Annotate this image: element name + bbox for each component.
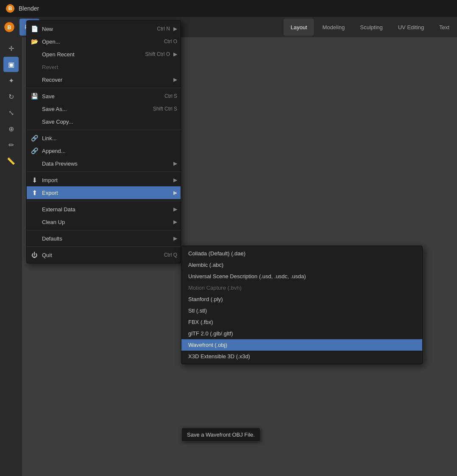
sidebar-icon-transform[interactable]: ⊕ — [3, 121, 19, 136]
export-fbx-label: FBX (.fbx) — [188, 319, 213, 325]
tab-uv-editing[interactable]: UV Editing — [391, 19, 431, 36]
export-collada-label: Collada (Default) (.dae) — [188, 250, 245, 257]
link-icon: 🔗 — [30, 134, 39, 142]
menu-save-as-shortcut: Shift Ctrl S — [153, 106, 177, 112]
menu-clean-up[interactable]: Clean Up ▶ — [27, 216, 181, 228]
menu-export-arrow: ▶ — [173, 190, 177, 196]
menu-defaults[interactable]: Defaults ▶ — [27, 232, 181, 245]
export-alembic[interactable]: Alembic (.abc) — [181, 259, 422, 271]
menu-data-previews[interactable]: Data Previews ▶ — [27, 157, 181, 170]
separator-4 — [27, 201, 181, 201]
workspace-tabs: Layout Modeling Sculpting UV Editing Tex… — [283, 17, 457, 37]
export-usd[interactable]: Universal Scene Description (.usd, .usdc… — [181, 271, 422, 282]
new-icon: 📄 — [30, 25, 39, 33]
menu-save[interactable]: 💾 Save Ctrl S — [27, 90, 181, 102]
menu-revert-label: Revert — [42, 64, 177, 70]
separator-2 — [27, 130, 181, 130]
sidebar-icon-select[interactable]: ▣ — [3, 57, 19, 72]
blender-logo: B — [5, 3, 15, 14]
menu-new-shortcut: Ctrl N — [157, 26, 170, 32]
menu-open-shortcut: Ctrl O — [164, 39, 177, 44]
clean-up-icon — [30, 218, 39, 226]
open-icon: 📂 — [30, 37, 39, 46]
tab-modeling[interactable]: Modeling — [315, 19, 351, 36]
export-collada[interactable]: Collada (Default) (.dae) — [181, 248, 422, 259]
menu-open-recent[interactable]: Open Recent Shift Ctrl O ▶ — [27, 48, 181, 61]
menu-quit-label: Quit — [42, 252, 161, 258]
menu-append[interactable]: 🔗 Append... — [27, 144, 181, 157]
open-recent-icon — [30, 50, 39, 58]
menu-save-copy[interactable]: Save Copy... — [27, 115, 181, 128]
export-wavefront[interactable]: Wavefront (.obj) — [181, 339, 422, 351]
import-icon: ⬇ — [30, 176, 39, 184]
separator-6 — [27, 246, 181, 247]
sidebar-icon-annotate[interactable]: ✏ — [3, 137, 19, 152]
data-previews-icon — [30, 159, 39, 168]
tab-layout[interactable]: Layout — [284, 19, 314, 36]
menu-defaults-arrow: ▶ — [173, 235, 177, 241]
recover-icon — [30, 75, 39, 84]
menu-save-copy-label: Save Copy... — [42, 119, 177, 125]
menu-recover-arrow: ▶ — [173, 77, 177, 83]
export-x3d[interactable]: X3D Extensible 3D (.x3d) — [181, 351, 422, 362]
sidebar-icon-measure[interactable]: 📏 — [3, 153, 19, 169]
sidebar-icon-move[interactable]: ✦ — [3, 73, 19, 88]
menu-link[interactable]: 🔗 Link... — [27, 132, 181, 144]
save-icon: 💾 — [30, 92, 39, 100]
menu-export[interactable]: ⬆ Export ▶ — [27, 186, 181, 199]
menu-open-recent-arrow: ▶ — [173, 51, 177, 57]
save-copy-icon — [30, 117, 39, 126]
export-usd-label: Universal Scene Description (.usd, .usdc… — [188, 273, 306, 280]
menu-quit-shortcut: Ctrl Q — [164, 252, 177, 258]
menu-import-arrow: ▶ — [173, 177, 177, 183]
menu-save-label: Save — [42, 93, 161, 100]
menu-save-as[interactable]: Save As... Shift Ctrl S — [27, 102, 181, 115]
export-gltf-label: glTF 2.0 (.glb/.gltf) — [188, 330, 233, 337]
menu-recover-label: Recover — [42, 77, 170, 83]
left-sidebar: ✛ ▣ ✦ ↻ ⤡ ⊕ ✏ 📏 — [0, 37, 22, 476]
menu-new[interactable]: 📄 New Ctrl N ▶ — [27, 22, 181, 35]
menu-quit[interactable]: ⏻ Quit Ctrl Q — [27, 249, 181, 261]
export-x3d-label: X3D Extensible 3D (.x3d) — [188, 353, 250, 360]
menu-open[interactable]: 📂 Open... Ctrl O — [27, 35, 181, 48]
export-submenu: Collada (Default) (.dae) Alembic (.abc) … — [181, 246, 423, 364]
menu-new-arrow: ▶ — [173, 26, 177, 32]
tab-sculpting[interactable]: Sculpting — [353, 19, 389, 36]
save-as-icon — [30, 105, 39, 113]
menu-recover[interactable]: Recover ▶ — [27, 73, 181, 86]
menu-save-shortcut: Ctrl S — [164, 93, 177, 99]
menu-defaults-label: Defaults — [42, 235, 170, 242]
export-motion-capture: Motion Capture (.bvh) — [181, 282, 422, 293]
tab-text[interactable]: Text — [432, 19, 456, 36]
menu-data-previews-arrow: ▶ — [173, 161, 177, 166]
menu-open-label: Open... — [42, 39, 161, 45]
separator-1 — [27, 88, 181, 88]
export-icon: ⬆ — [30, 188, 39, 197]
external-data-icon — [30, 205, 39, 213]
menu-save-as-label: Save As... — [42, 106, 150, 112]
menu-open-recent-shortcut: Shift Ctrl O — [145, 51, 170, 57]
export-alembic-label: Alembic (.abc) — [188, 262, 223, 268]
export-motion-capture-label: Motion Capture (.bvh) — [188, 285, 242, 291]
sidebar-icon-cursor[interactable]: ✛ — [3, 41, 19, 56]
menu-bar-left: B — [0, 17, 19, 37]
menu-clean-up-arrow: ▶ — [173, 219, 177, 225]
export-fbx[interactable]: FBX (.fbx) — [181, 316, 422, 328]
sidebar-icon-rotate[interactable]: ↻ — [3, 89, 19, 104]
menu-open-recent-label: Open Recent — [42, 51, 142, 58]
menu-import[interactable]: ⬇ Import ▶ — [27, 174, 181, 186]
svg-text:B: B — [7, 24, 11, 30]
export-stl[interactable]: Stl (.stl) — [181, 305, 422, 316]
menu-external-data[interactable]: External Data ▶ — [27, 203, 181, 216]
quit-icon: ⏻ — [30, 251, 39, 259]
menu-revert: Revert — [27, 61, 181, 73]
revert-icon — [30, 63, 39, 71]
export-stl-label: Stl (.stl) — [188, 307, 207, 314]
append-icon: 🔗 — [30, 147, 39, 155]
blender-logo-button[interactable]: B — [2, 19, 17, 35]
export-stanford[interactable]: Stanford (.ply) — [181, 293, 422, 305]
export-gltf[interactable]: glTF 2.0 (.glb/.gltf) — [181, 328, 422, 339]
sidebar-icon-scale[interactable]: ⤡ — [3, 105, 19, 120]
title-bar: B Blender — [0, 0, 457, 17]
export-stanford-label: Stanford (.ply) — [188, 296, 223, 302]
